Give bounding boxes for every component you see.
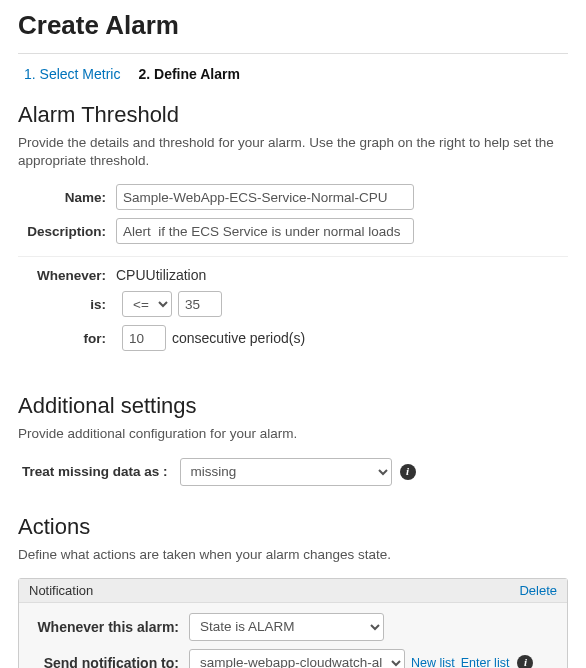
label-whenever: Whenever: xyxy=(18,268,116,283)
label-whenever-alarm: Whenever this alarm: xyxy=(31,619,189,635)
delete-notification-link[interactable]: Delete xyxy=(519,583,557,598)
wizard-steps: 1. Select Metric 2. Define Alarm xyxy=(18,64,568,96)
alarm-state-select[interactable]: State is ALARM xyxy=(189,613,384,641)
threshold-value-input[interactable] xyxy=(178,291,222,317)
step-select-metric[interactable]: 1. Select Metric xyxy=(24,66,120,82)
label-send-to: Send notification to: xyxy=(31,655,189,668)
label-for: for: xyxy=(18,331,116,346)
actions-desc: Define what actions are taken when your … xyxy=(18,546,568,564)
treat-missing-data-select[interactable]: missing xyxy=(180,458,392,486)
notification-box: Notification Delete Whenever this alarm:… xyxy=(18,578,568,668)
info-icon[interactable]: i xyxy=(517,655,533,668)
alarm-name-input[interactable] xyxy=(116,184,414,210)
section-title-actions: Actions xyxy=(18,514,568,540)
additional-desc: Provide additional configuration for you… xyxy=(18,425,568,443)
page-title: Create Alarm xyxy=(18,0,568,54)
evaluation-periods-input[interactable] xyxy=(122,325,166,351)
info-icon[interactable]: i xyxy=(400,464,416,480)
notification-target-select[interactable]: sample-webapp-cloudwatch-alerts xyxy=(189,649,405,668)
for-suffix: consecutive period(s) xyxy=(172,330,305,346)
new-list-link[interactable]: New list xyxy=(411,656,455,668)
enter-list-link[interactable]: Enter list xyxy=(461,656,510,668)
threshold-desc: Provide the details and threshold for yo… xyxy=(18,134,568,170)
label-is: is: xyxy=(18,297,116,312)
label-name: Name: xyxy=(18,190,116,205)
section-title-threshold: Alarm Threshold xyxy=(18,102,568,128)
step-define-alarm[interactable]: 2. Define Alarm xyxy=(138,66,239,82)
divider xyxy=(18,256,568,257)
alarm-description-input[interactable] xyxy=(116,218,414,244)
whenever-metric: CPUUtilization xyxy=(116,267,206,283)
label-description: Description: xyxy=(18,224,116,239)
section-title-additional: Additional settings xyxy=(18,393,568,419)
notification-header-label: Notification xyxy=(29,583,93,598)
comparison-operator-select[interactable]: <= xyxy=(122,291,172,317)
label-treat-missing: Treat missing data as : xyxy=(18,464,180,479)
